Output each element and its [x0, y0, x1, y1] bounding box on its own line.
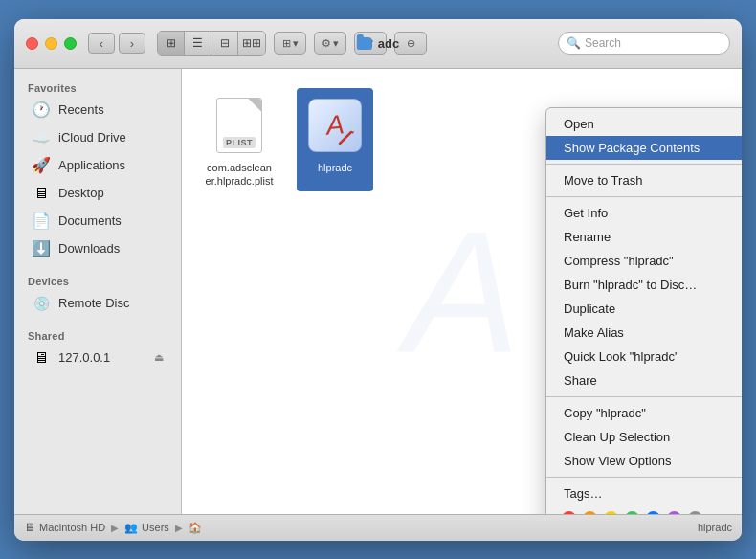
titlebar: ‹ › ⊞ ☰ ⊟ ⊞⊞ ⊞ ▾ ⚙ ▾ ⬆ ⊖ — [14, 19, 742, 69]
fullscreen-button[interactable] — [64, 37, 77, 50]
app-icon-shape: A — [308, 99, 362, 152]
documents-icon: 📄 — [32, 212, 51, 231]
minimize-button[interactable] — [45, 37, 57, 50]
applications-label: Applications — [58, 158, 125, 172]
sidebar-item-icloud[interactable]: ☁️ iCloud Drive — [18, 124, 177, 151]
window-title-area: adc — [357, 36, 399, 51]
file-area: A PLIST com.adscleaner.hlpradc.plist — [182, 69, 742, 514]
view-options-label: Show View Options — [564, 454, 672, 468]
home-icon: 🏠 — [189, 522, 202, 534]
cleanup-label: Clean Up Selection — [564, 430, 670, 444]
recents-label: Recents — [58, 102, 104, 117]
menu-item-get-info[interactable]: Get Info — [546, 201, 742, 225]
statusbar: 🖥 Macintosh HD ▶ 👥 Users ▶ 🏠 hlpradc — [14, 514, 742, 541]
applications-icon: 🚀 — [32, 156, 51, 175]
desktop-label: Desktop — [58, 186, 104, 200]
column-view-button[interactable]: ⊟ — [211, 32, 238, 55]
back-button[interactable]: ‹ — [88, 33, 115, 54]
traffic-lights — [26, 37, 77, 50]
list-view-button[interactable]: ☰ — [185, 32, 211, 55]
file-item-plist[interactable]: PLIST com.adscleaner.hlpradc.plist — [201, 88, 278, 192]
separator-3 — [546, 396, 742, 397]
devices-label: Devices — [14, 270, 181, 289]
gear-icon: ⚙ — [322, 37, 331, 50]
color-dots-row — [546, 505, 742, 514]
open-label: Open — [564, 117, 594, 131]
menu-item-cleanup[interactable]: Clean Up Selection — [546, 425, 742, 449]
color-dot-green[interactable] — [625, 511, 639, 514]
recents-icon: 🕐 — [32, 101, 51, 120]
monitor-icon: 🖥 — [32, 348, 51, 368]
breadcrumb-users[interactable]: 👥 Users — [124, 522, 169, 534]
menu-item-view-options[interactable]: Show View Options — [546, 449, 742, 473]
separator-4 — [546, 477, 742, 478]
tags-icon: ⊖ — [407, 37, 415, 50]
devices-section: Devices 💿 Remote Disc — [14, 270, 181, 317]
remote-disc-label: Remote Disc — [58, 296, 129, 310]
color-dot-orange[interactable] — [583, 511, 597, 514]
svg-text:A: A — [395, 195, 519, 388]
menu-item-duplicate[interactable]: Duplicate — [546, 297, 742, 321]
menu-item-compress[interactable]: Compress "hlpradc" — [546, 249, 742, 273]
arrange-button[interactable]: ⊞ ▾ — [274, 32, 306, 55]
shared-label: Shared — [14, 324, 181, 344]
context-menu: Open Show Package Contents Move to Trash… — [545, 107, 742, 514]
favorites-label: Favorites — [14, 77, 181, 96]
action-button[interactable]: ⚙ ▾ — [314, 32, 346, 55]
duplicate-label: Duplicate — [564, 302, 615, 316]
hd-label: Macintosh HD — [39, 522, 105, 533]
make-alias-label: Make Alias — [564, 325, 624, 340]
shared-section: Shared 🖥 127.0.0.1 ⏏ — [14, 324, 181, 371]
cover-view-button[interactable]: ⊞⊞ — [238, 32, 265, 55]
downloads-icon: ⬇️ — [32, 239, 51, 258]
share-label: Share — [564, 373, 597, 388]
menu-item-move-trash[interactable]: Move to Trash — [546, 168, 742, 192]
menu-item-tags[interactable]: Tags… — [546, 481, 742, 505]
menu-item-quick-look[interactable]: Quick Look "hlpradc" — [546, 345, 742, 369]
menu-item-rename[interactable]: Rename — [546, 225, 742, 249]
eject-icon[interactable]: ⏏ — [154, 351, 164, 364]
color-dot-red[interactable] — [562, 511, 576, 514]
close-button[interactable] — [26, 37, 38, 50]
desktop-icon: 🖥 — [32, 184, 51, 203]
menu-item-open[interactable]: Open — [546, 112, 742, 136]
sidebar-item-remote-disc[interactable]: 💿 Remote Disc — [18, 290, 177, 317]
breadcrumb-home[interactable]: 🏠 — [189, 522, 202, 534]
nav-buttons: ‹ › — [88, 33, 145, 54]
sidebar-item-desktop[interactable]: 🖥 Desktop — [18, 180, 177, 207]
tags-label: Tags… — [564, 486, 602, 501]
menu-item-share[interactable]: Share ▶ — [546, 369, 742, 392]
menu-item-make-alias[interactable]: Make Alias — [546, 321, 742, 345]
sidebar-item-shared-host[interactable]: 🖥 127.0.0.1 ⏏ — [18, 345, 177, 371]
app-file-name: hlpradc — [318, 161, 352, 174]
file-item-app[interactable]: A hlpradc — [297, 88, 373, 192]
sidebar-item-applications[interactable]: 🚀 Applications — [18, 152, 177, 179]
sidebar-item-downloads[interactable]: ⬇️ Downloads — [18, 235, 177, 262]
forward-button[interactable]: › — [119, 33, 145, 54]
burn-label: Burn "hlpradc" to Disc… — [564, 278, 697, 292]
color-dot-blue[interactable] — [646, 511, 660, 514]
sidebar-item-documents[interactable]: 📄 Documents — [18, 208, 177, 235]
sidebar: Favorites 🕐 Recents ☁️ iCloud Drive 🚀 Ap… — [14, 69, 182, 514]
disc-icon: 💿 — [32, 294, 51, 313]
menu-item-copy[interactable]: Copy "hlpradc" — [546, 401, 742, 425]
icloud-label: iCloud Drive — [58, 130, 126, 145]
search-bar[interactable]: 🔍 Search — [558, 32, 730, 55]
color-dot-gray[interactable] — [688, 511, 702, 514]
menu-item-burn[interactable]: Burn "hlpradc" to Disc… — [546, 273, 742, 297]
plist-tag-label: PLIST — [223, 137, 256, 148]
color-dot-yellow[interactable] — [604, 511, 618, 514]
icon-view-button[interactable]: ⊞ — [158, 32, 185, 55]
sidebar-item-recents[interactable]: 🕐 Recents — [18, 97, 177, 123]
quick-look-label: Quick Look "hlpradc" — [564, 349, 679, 364]
rename-label: Rename — [564, 230, 611, 244]
plist-icon-shape: PLIST — [216, 98, 262, 153]
color-dot-purple[interactable] — [667, 511, 681, 514]
copy-label: Copy "hlpradc" — [564, 406, 646, 420]
separator-1 — [546, 164, 742, 165]
pencil-svg — [338, 128, 357, 147]
menu-item-show-package[interactable]: Show Package Contents — [546, 136, 742, 160]
search-placeholder: Search — [585, 36, 621, 50]
move-trash-label: Move to Trash — [564, 173, 642, 188]
breadcrumb-hd[interactable]: 🖥 Macintosh HD — [24, 521, 105, 534]
